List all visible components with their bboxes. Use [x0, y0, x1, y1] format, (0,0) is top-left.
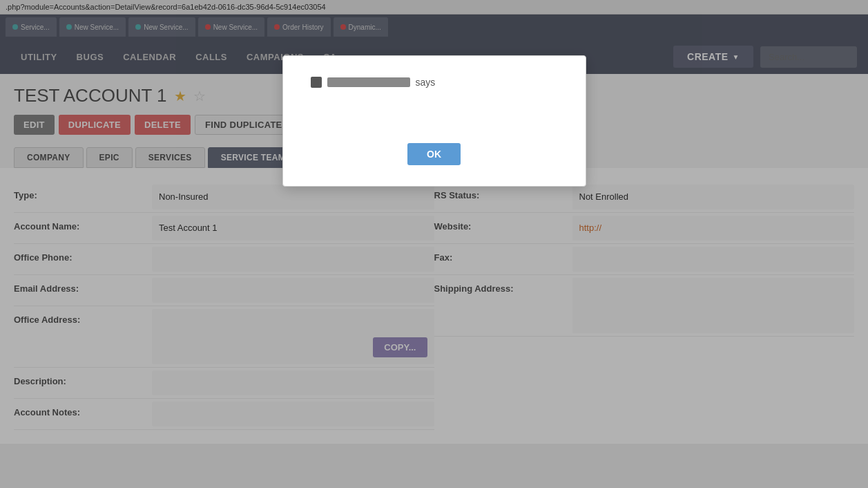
dialog-says-text: says	[416, 77, 436, 88]
dialog-overlay: says OK	[0, 0, 868, 444]
dialog-site-name	[327, 77, 410, 87]
dialog-ok-button[interactable]: OK	[407, 143, 461, 165]
dialog-message	[311, 102, 558, 129]
dialog-favicon	[311, 77, 322, 88]
dialog-box: says OK	[282, 55, 586, 187]
dialog-title-bar: says	[311, 77, 558, 88]
